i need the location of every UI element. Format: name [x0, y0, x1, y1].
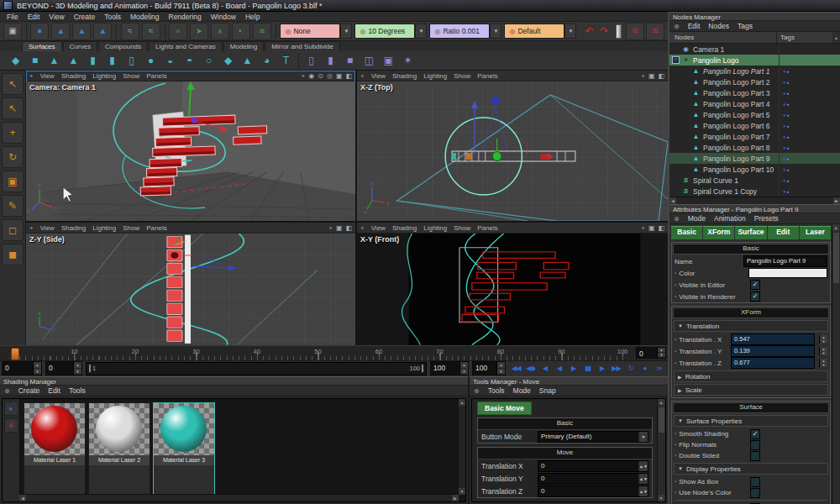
shape-tab[interactable]: Mirror and Subdivide	[265, 41, 340, 51]
spin-arrows[interactable]: ▲▼	[459, 362, 468, 375]
viewport-menu-item[interactable]: Show	[123, 72, 139, 80]
viewport-menu-item[interactable]: View	[40, 72, 55, 80]
tree-tool-3-icon[interactable]: ▲	[93, 23, 112, 40]
node-tag-icons[interactable]: ●	[783, 145, 789, 150]
panel-menu-icon[interactable]: ⊕	[674, 215, 680, 223]
attributes-vscrollbar[interactable]: ▲ ▼	[832, 224, 840, 504]
color-swatch[interactable]	[748, 268, 827, 278]
orbit-view-icon[interactable]: ◉	[308, 72, 314, 80]
viewport-handle-icon[interactable]: +	[29, 224, 34, 232]
shape-hemisphere-icon[interactable]: ◒	[161, 52, 179, 69]
timeline-playhead[interactable]	[11, 348, 19, 360]
shape-text-icon[interactable]: T	[277, 52, 295, 69]
playback-play-button[interactable]: ▶	[566, 362, 580, 375]
node-row[interactable]: − Spiral Curve 1 Copy ●	[669, 186, 840, 197]
viewport-menu-item[interactable]: Lighting	[423, 224, 447, 232]
modify-extrude-icon[interactable]: ▯	[302, 52, 320, 69]
range-end-field[interactable]: 100 ▲▼	[430, 361, 469, 375]
cube-wire-tool[interactable]: ◻	[2, 219, 24, 241]
rect-select-tool[interactable]: ↖	[2, 97, 24, 119]
spinner-arrows[interactable]: ▲▼	[638, 461, 648, 471]
viewport-menu-item[interactable]: Lighting	[423, 72, 447, 80]
surface-prop-checkbox[interactable]: ✓	[750, 451, 760, 461]
panel-menu-icon[interactable]: ⊕	[674, 23, 680, 30]
viewport-menu-item[interactable]: Show	[123, 224, 139, 232]
spinner-arrows[interactable]: ▲▼	[819, 347, 827, 355]
selection-filter-dropdown[interactable]: ◎ None	[280, 24, 340, 39]
laser-frame-2-icon[interactable]: ≋	[646, 23, 664, 40]
cube-shaded-tool[interactable]: ◼	[2, 244, 24, 265]
rotate-tool[interactable]: ↻	[2, 146, 24, 168]
shape-cone-icon[interactable]: ▲	[45, 52, 63, 69]
maximize-view-icon[interactable]: ▣	[336, 224, 343, 232]
playback-pause-button[interactable]: ▮▮	[580, 362, 595, 375]
shape-tab[interactable]: Lights and Cameras	[149, 41, 223, 51]
modify-star-icon[interactable]: ✶	[399, 52, 417, 69]
translation-attr-field[interactable]: 0.547	[731, 333, 815, 345]
node-row[interactable]: − Pangolin Logo Part 4 ●	[669, 98, 840, 109]
node-row[interactable]: − Pangolin Logo Part 6 ●	[669, 120, 840, 131]
frame-spin-arrows[interactable]: ▲▼	[657, 348, 665, 358]
node-row[interactable]: − Pangolin Logo ●	[669, 55, 840, 66]
spinner-arrows[interactable]: ▲▼	[638, 486, 648, 496]
nodes-menu-item[interactable]: Nodes	[708, 22, 729, 30]
viewport-top-canvas[interactable]: X-Z (Top)	[357, 81, 668, 221]
shape-capsule-icon[interactable]: ▮	[103, 52, 121, 69]
nodes-hscrollbar[interactable]: ◀▶	[669, 197, 840, 204]
dropdown-arrow[interactable]: ▼	[490, 24, 501, 39]
node-tag-icons[interactable]: ●	[783, 178, 789, 183]
playback-stop-button[interactable]: ●	[638, 362, 652, 375]
material-hscrollbar[interactable]: ◀▶	[19, 494, 459, 501]
viewport-front-canvas[interactable]: X-Y (Front)	[357, 234, 668, 345]
viewport-menu-item[interactable]: View	[371, 224, 386, 232]
viewport-menu-item[interactable]: Panels	[477, 72, 497, 80]
dropdown-arrow[interactable]: ▼	[415, 24, 427, 39]
curve-tool-5-icon[interactable]: ≋	[253, 23, 271, 40]
modify-sweep-icon[interactable]: ■	[341, 52, 359, 69]
shape-pyramid-icon[interactable]: ▲	[65, 52, 82, 69]
node-row[interactable]: − Pangolin Logo Part 9 ●	[669, 153, 840, 164]
viewport-side-canvas[interactable]: Z-Y (Side)	[26, 234, 355, 345]
menu-item[interactable]: Modeling	[130, 13, 160, 21]
maximize-view-icon[interactable]: ▣	[648, 224, 655, 232]
shape-tube-icon[interactable]: ▯	[123, 52, 140, 69]
curve-tool-2-icon[interactable]: ➤	[190, 23, 208, 40]
sphere-tool-icon[interactable]: ●	[30, 23, 49, 40]
shape-plane-icon[interactable]: ◆	[7, 52, 24, 69]
timeline-ruler[interactable]: 102030405060708090100 0 ▲▼	[0, 345, 668, 360]
shading-menu-item[interactable]: Create	[18, 386, 40, 395]
panel-toggle-icon[interactable]	[616, 24, 622, 39]
playback-prev-key-button[interactable]: ◀◆	[523, 362, 538, 375]
pan-view-icon[interactable]: +	[641, 72, 645, 80]
node-tag-icons[interactable]: ●	[783, 189, 789, 194]
tools-menu-item[interactable]: Tools	[488, 386, 505, 395]
shape-disc-icon[interactable]: ◓	[181, 52, 198, 69]
node-tag-icons[interactable]: ●	[783, 80, 789, 85]
scroll-up-icon[interactable]: ▲	[832, 32, 840, 43]
viewport-handle-icon[interactable]: +	[360, 72, 365, 80]
node-row[interactable]: − Spiral Curve 1 ●	[669, 175, 840, 186]
viewport-menu-item[interactable]: Panels	[146, 72, 166, 80]
panel-menu-icon[interactable]: ⊕	[474, 387, 480, 395]
frame-value[interactable]: 0	[637, 348, 646, 358]
zoom-view-icon[interactable]: ⊙	[318, 72, 323, 80]
node-row[interactable]: − Pangolin Logo Part 5 ●	[669, 109, 840, 120]
panel-menu-icon[interactable]: ⊕	[4, 387, 10, 395]
visibility-icon[interactable]: ◎	[327, 72, 333, 80]
playback-loop-button[interactable]: ↻	[623, 362, 638, 375]
viewport-handle-icon[interactable]: +	[360, 224, 365, 232]
shape-cylinder-icon[interactable]: ▮	[84, 52, 102, 69]
end-frame-field[interactable]: 100 ▲▼	[472, 361, 506, 375]
viewport-menu-item[interactable]: Show	[454, 72, 470, 80]
viewport-menu-item[interactable]: Lighting	[92, 224, 116, 232]
laser-frame-1-icon[interactable]: ≋	[626, 23, 644, 40]
node-tag-icons[interactable]: ●	[783, 156, 789, 161]
curve-tool-1-icon[interactable]: ≈	[169, 23, 187, 40]
layout-view-icon[interactable]: ◧	[345, 224, 352, 232]
shape-tab[interactable]: Modeling	[223, 41, 264, 51]
dropdown-arrow[interactable]: ▼	[564, 24, 576, 39]
layout-view-icon[interactable]: ◧	[658, 224, 664, 232]
attribute-tab[interactable]: XForm	[703, 226, 734, 240]
visible-renderer-checkbox[interactable]: ✓	[750, 291, 760, 302]
translation-field[interactable]: 0 ▲▼	[538, 486, 648, 497]
